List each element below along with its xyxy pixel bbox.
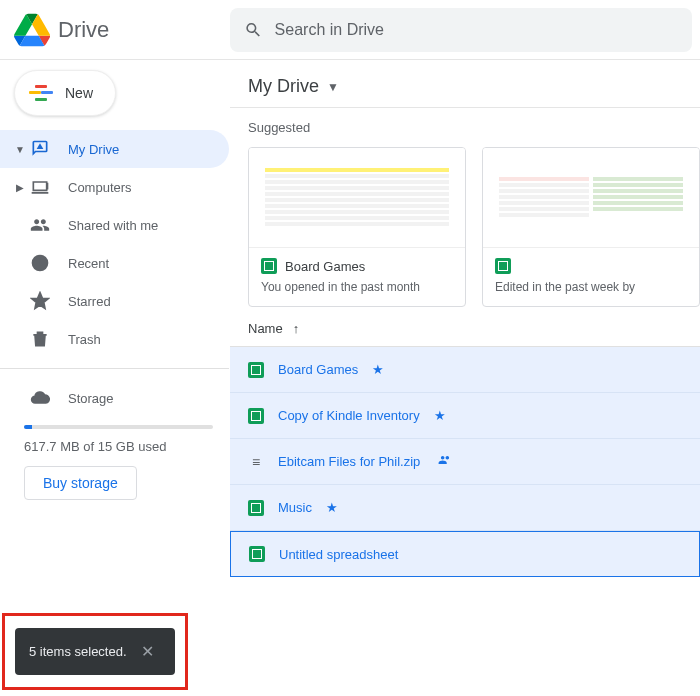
- drive-logo-icon: [14, 12, 50, 48]
- search-input[interactable]: [275, 21, 678, 39]
- sidebar-item-label: My Drive: [68, 142, 119, 157]
- file-name: Board Games: [278, 362, 358, 377]
- new-button-label: New: [65, 85, 93, 101]
- sidebar-item-label: Storage: [68, 391, 114, 406]
- sidebar-item-computers[interactable]: ▶ Computers: [0, 168, 229, 206]
- shared-badge-icon: [438, 453, 452, 470]
- main-content: My Drive ▼ Suggested Board Games Yo: [230, 60, 700, 696]
- app-header: Drive: [0, 0, 700, 60]
- zip-icon: ≡: [248, 454, 264, 470]
- storage-bar: [24, 425, 213, 429]
- card-title: Board Games: [285, 259, 365, 274]
- card-thumbnail: [483, 148, 699, 248]
- file-name: Untitled spreadsheet: [279, 547, 398, 562]
- sidebar-item-storage[interactable]: Storage: [0, 379, 229, 417]
- file-row[interactable]: Untitled spreadsheet: [230, 531, 700, 577]
- sheets-icon: [248, 408, 264, 424]
- cloud-icon: [28, 386, 52, 410]
- suggested-card[interactable]: Edited in the past week by: [482, 147, 700, 307]
- file-row[interactable]: Music ★: [230, 485, 700, 531]
- sidebar-item-shared[interactable]: Shared with me: [0, 206, 229, 244]
- sidebar: New ▼ My Drive ▶ Computers Shared with m…: [0, 60, 230, 696]
- column-name: Name: [248, 321, 283, 336]
- star-filled-icon: ★: [434, 408, 446, 423]
- new-button[interactable]: New: [14, 70, 116, 116]
- card-thumbnail: [249, 148, 465, 248]
- plus-icon: [29, 81, 53, 105]
- sheets-icon: [249, 546, 265, 562]
- annotation-highlight: 5 items selected. ✕: [2, 613, 188, 690]
- file-list: Board Games ★ Copy of Kindle Inventory ★…: [230, 347, 700, 577]
- brand[interactable]: Drive: [0, 12, 230, 48]
- sidebar-item-starred[interactable]: Starred: [0, 282, 229, 320]
- breadcrumb-label: My Drive: [248, 76, 319, 97]
- file-row[interactable]: ≡ Ebitcam Files for Phil.zip: [230, 439, 700, 485]
- suggested-heading: Suggested: [248, 120, 700, 135]
- breadcrumb[interactable]: My Drive ▼: [230, 60, 700, 108]
- sidebar-item-label: Trash: [68, 332, 101, 347]
- file-row[interactable]: Copy of Kindle Inventory ★: [230, 393, 700, 439]
- sidebar-item-label: Recent: [68, 256, 109, 271]
- sidebar-item-label: Computers: [68, 180, 132, 195]
- file-name: Ebitcam Files for Phil.zip: [278, 454, 420, 469]
- my-drive-icon: [28, 137, 52, 161]
- sidebar-item-label: Shared with me: [68, 218, 158, 233]
- file-name: Copy of Kindle Inventory: [278, 408, 420, 423]
- card-subtitle: You opened in the past month: [261, 280, 453, 294]
- file-row[interactable]: Board Games ★: [230, 347, 700, 393]
- list-header[interactable]: Name ↑: [230, 307, 700, 347]
- chevron-down-icon[interactable]: ▼: [12, 144, 28, 155]
- brand-name: Drive: [58, 17, 109, 43]
- sheets-icon: [248, 362, 264, 378]
- close-icon[interactable]: ✕: [141, 642, 154, 661]
- toast-selection: 5 items selected. ✕: [15, 628, 175, 675]
- sidebar-item-label: Starred: [68, 294, 111, 309]
- sheets-icon: [248, 500, 264, 516]
- star-filled-icon: ★: [326, 500, 338, 515]
- shared-icon: [28, 213, 52, 237]
- file-name: Music: [278, 500, 312, 515]
- sort-arrow-up-icon[interactable]: ↑: [293, 321, 300, 336]
- star-filled-icon: ★: [372, 362, 384, 377]
- chevron-down-icon[interactable]: ▼: [327, 80, 339, 94]
- sidebar-item-recent[interactable]: Recent: [0, 244, 229, 282]
- chevron-right-icon[interactable]: ▶: [12, 182, 28, 193]
- suggested-card[interactable]: Board Games You opened in the past month: [248, 147, 466, 307]
- divider: [0, 368, 229, 369]
- sidebar-item-my-drive[interactable]: ▼ My Drive: [0, 130, 229, 168]
- star-icon: [28, 289, 52, 313]
- search-bar[interactable]: [230, 8, 692, 52]
- sheets-icon: [261, 258, 277, 274]
- search-icon: [244, 20, 263, 40]
- trash-icon: [28, 327, 52, 351]
- storage-used-text: 617.7 MB of 15 GB used: [24, 439, 213, 454]
- buy-storage-button[interactable]: Buy storage: [24, 466, 137, 500]
- toast-text: 5 items selected.: [29, 644, 127, 659]
- sidebar-item-trash[interactable]: Trash: [0, 320, 229, 358]
- card-subtitle: Edited in the past week by: [495, 280, 687, 294]
- sheets-icon: [495, 258, 511, 274]
- recent-icon: [28, 251, 52, 275]
- computers-icon: [28, 175, 52, 199]
